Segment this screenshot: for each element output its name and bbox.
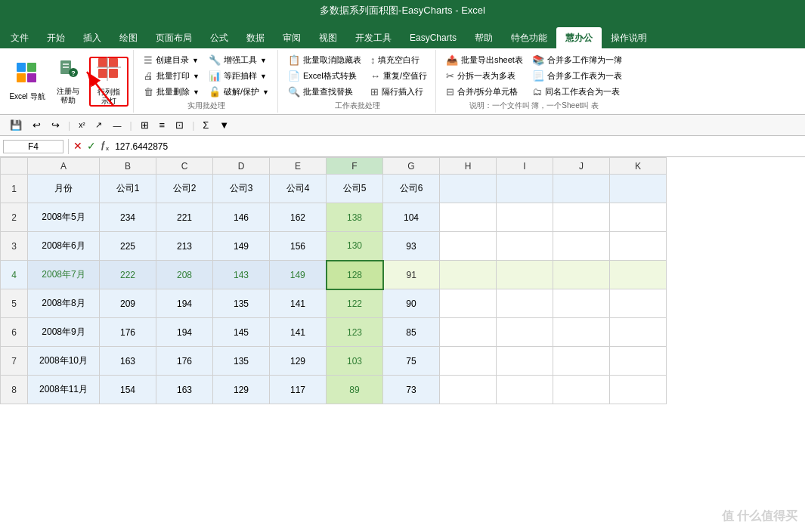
table-row[interactable]: 93 <box>383 232 440 261</box>
equal-sample-button[interactable]: 📊 等距抽样 ▼ <box>205 69 273 84</box>
table-row[interactable] <box>610 376 667 404</box>
ribbon-tab-公式[interactable]: 公式 <box>201 27 237 48</box>
col-header-C[interactable]: C <box>156 158 213 175</box>
merge-cell-button[interactable]: ⊟ 合并/拆分单元格 <box>442 85 527 100</box>
table-row[interactable]: 154 <box>100 376 156 404</box>
batch-find-button[interactable]: 🔍 批量查找替换 <box>284 85 365 100</box>
table-row[interactable]: 月份 <box>28 175 100 203</box>
col-header-I[interactable]: I <box>497 158 553 175</box>
table-row[interactable]: 129 <box>213 376 270 404</box>
table-row[interactable] <box>440 318 497 347</box>
ribbon-tab-特色功能[interactable]: 特色功能 <box>502 27 556 48</box>
fill-blank-button[interactable]: ↕ 填充空白行 <box>367 53 431 68</box>
table-row[interactable] <box>497 318 553 347</box>
col-header-D[interactable]: D <box>213 158 270 175</box>
table-row[interactable]: 213 <box>156 232 213 261</box>
ribbon-tab-慧办公[interactable]: 慧办公 <box>556 27 602 48</box>
col-header-G[interactable]: G <box>383 158 440 175</box>
table-row[interactable]: 公司4 <box>270 175 327 203</box>
table-row[interactable] <box>553 203 610 232</box>
ribbon-tab-绘图[interactable]: 绘图 <box>110 27 147 48</box>
filter-button[interactable]: ▼ <box>215 117 233 133</box>
table-row[interactable]: 公司6 <box>383 175 440 203</box>
create-dir-button[interactable]: ☰ 创建目录 ▼ <box>140 53 203 68</box>
table-row[interactable] <box>440 261 497 289</box>
table-row[interactable]: 149 <box>270 261 327 289</box>
ribbon-tab-帮助[interactable]: 帮助 <box>466 27 502 48</box>
ribbon-tab-文件[interactable]: 文件 <box>2 27 38 48</box>
redo-button[interactable]: ↪ <box>48 117 63 133</box>
insert-function-icon[interactable]: ƒx <box>101 140 109 152</box>
table-row[interactable]: 公司2 <box>156 175 213 203</box>
ribbon-tab-开始[interactable]: 开始 <box>38 27 74 48</box>
table-row[interactable] <box>553 289 610 318</box>
table-row[interactable]: 176 <box>156 347 213 376</box>
table-row[interactable] <box>440 376 497 404</box>
table-row[interactable]: 2008年11月 <box>28 376 100 404</box>
col-header-K[interactable]: K <box>610 158 667 175</box>
table-row[interactable]: 117 <box>270 376 327 404</box>
table-row[interactable]: 234 <box>100 203 156 232</box>
table-row[interactable]: 2008年9月 <box>28 318 100 347</box>
cancel-formula-icon[interactable]: ✕ <box>73 140 82 152</box>
col-header-F[interactable]: F <box>327 158 383 175</box>
table-row[interactable] <box>497 289 553 318</box>
table-row[interactable]: 222 <box>100 261 156 289</box>
table-row[interactable]: 221 <box>156 203 213 232</box>
ribbon-tab-数据[interactable]: 数据 <box>237 27 274 48</box>
batch-export-button[interactable]: 📤 批量导出sheet表 <box>442 53 527 68</box>
excel-format-button[interactable]: 📄 Excel格式转换 <box>284 69 365 84</box>
table-row[interactable]: 135 <box>213 289 270 318</box>
table-row[interactable] <box>497 347 553 376</box>
table-row[interactable]: 176 <box>100 318 156 347</box>
merge-qa-button[interactable]: ⊡ <box>172 117 187 133</box>
batch-delete-button[interactable]: 🗑 批量删除 ▼ <box>140 85 203 100</box>
col-header-H[interactable]: H <box>440 158 497 175</box>
undo-button[interactable]: ↩ <box>29 117 45 133</box>
table-row[interactable]: 194 <box>156 318 213 347</box>
table-row[interactable]: 128 <box>327 261 383 289</box>
col-header-J[interactable]: J <box>553 158 610 175</box>
table-row[interactable]: 89 <box>327 376 383 404</box>
table-row[interactable] <box>440 289 497 318</box>
col-header-E[interactable]: E <box>270 158 327 175</box>
table-row[interactable]: 162 <box>270 203 327 232</box>
ribbon-tab-操作说明[interactable]: 操作说明 <box>602 27 656 48</box>
table-row[interactable]: 130 <box>327 232 383 261</box>
enhance-button[interactable]: 🔧 增强工具 ▼ <box>205 53 273 68</box>
table-row[interactable]: 91 <box>383 261 440 289</box>
row-indicator-button[interactable]: 行列指示灯 <box>89 57 128 107</box>
table-row[interactable] <box>553 175 610 203</box>
table-row[interactable] <box>553 376 610 404</box>
table-row[interactable] <box>610 232 667 261</box>
table-row[interactable]: 141 <box>270 318 327 347</box>
table-row[interactable] <box>610 347 667 376</box>
table-row[interactable] <box>497 232 553 261</box>
table-row[interactable]: 123 <box>327 318 383 347</box>
table-row[interactable]: 149 <box>213 232 270 261</box>
cell-name-input[interactable] <box>3 140 63 153</box>
merge-to-table-button[interactable]: 📃 合并多工作表为一表 <box>528 69 626 84</box>
table-row[interactable]: 194 <box>156 289 213 318</box>
spreadsheet[interactable]: A B C D E F G H I J K 1月份公司1公司2公司3公司4公司5… <box>0 157 805 532</box>
merge-to-one-button[interactable]: 📚 合并多工作簿为一簿 <box>528 53 626 68</box>
table-row[interactable] <box>553 347 610 376</box>
table-row[interactable] <box>553 261 610 289</box>
table-row[interactable] <box>497 203 553 232</box>
table-row[interactable] <box>610 203 667 232</box>
table-row[interactable]: 2008年5月 <box>28 203 100 232</box>
table-row[interactable]: 73 <box>383 376 440 404</box>
ribbon-tab-页面布局[interactable]: 页面布局 <box>147 27 201 48</box>
table-row[interactable]: 75 <box>383 347 440 376</box>
table-row[interactable]: 163 <box>100 347 156 376</box>
table-row[interactable]: 138 <box>327 203 383 232</box>
table-row[interactable]: 85 <box>383 318 440 347</box>
interval-insert-button[interactable]: ⊞ 隔行插入行 <box>367 85 431 100</box>
table-row[interactable]: 163 <box>156 376 213 404</box>
format-btn2[interactable]: — <box>109 119 125 132</box>
ribbon-tab-插入[interactable]: 插入 <box>74 27 110 48</box>
batch-print-button[interactable]: 🖨 批量打印 ▼ <box>140 69 203 84</box>
table-row[interactable]: 141 <box>270 289 327 318</box>
table-row[interactable] <box>610 261 667 289</box>
same-table-button[interactable]: 🗂 同名工作表合为一表 <box>528 85 626 100</box>
